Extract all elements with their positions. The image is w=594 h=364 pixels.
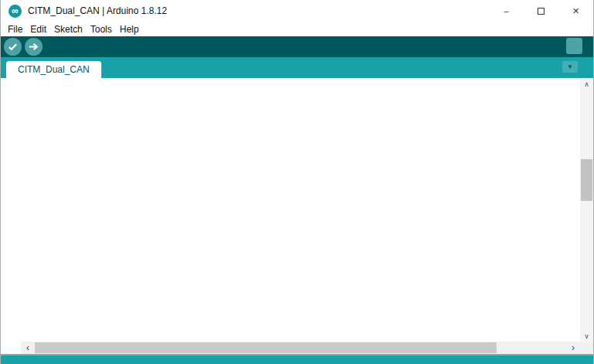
window-controls: –✕	[489, 0, 593, 22]
arduino-ide-window: ∞ CITM_Dual_CAN | Arduino 1.8.12 –✕ File…	[0, 0, 594, 364]
arduino-logo-icon: ∞	[9, 5, 22, 18]
verify-button[interactable]	[4, 38, 22, 56]
upload-button[interactable]	[25, 38, 43, 56]
tab-citm-dual-can[interactable]: CITM_Dual_CAN	[6, 61, 101, 78]
check-circle-icon	[7, 41, 19, 53]
menu-file[interactable]: File	[4, 23, 26, 36]
tab-bar: CITM_Dual_CAN ▼	[1, 57, 593, 78]
horizontal-scrollbar[interactable]: ‹ ›	[21, 342, 580, 354]
status-bar	[1, 354, 593, 364]
tab-menu-button[interactable]: ▼	[562, 61, 578, 73]
toolbar	[1, 36, 593, 57]
menu-edit[interactable]: Edit	[26, 23, 50, 36]
maximize-button[interactable]	[524, 0, 558, 22]
close-button[interactable]: ✕	[558, 0, 593, 22]
horizontal-scrollbar-thumb[interactable]	[35, 342, 497, 353]
scrollbar-corner	[580, 342, 593, 354]
horizontal-scrollbar-row: ‹ ›	[1, 342, 593, 354]
maximize-icon	[538, 8, 544, 15]
menu-sketch[interactable]: Sketch	[50, 23, 87, 36]
toolbar-buttons	[1, 38, 43, 56]
serial-monitor-button[interactable]	[566, 38, 582, 54]
menu-tools[interactable]: Tools	[87, 23, 116, 36]
vertical-scrollbar-thumb[interactable]	[581, 159, 592, 201]
menu-bar: FileEditSketchToolsHelp	[1, 22, 593, 36]
code-editor[interactable]: ∧ ∨	[1, 78, 593, 342]
arrow-right-circle-icon	[28, 41, 39, 53]
scroll-right-arrow[interactable]: ›	[566, 342, 580, 354]
vertical-scrollbar[interactable]: ∧ ∨	[580, 78, 593, 342]
title-bar: ∞ CITM_Dual_CAN | Arduino 1.8.12 –✕	[1, 0, 593, 22]
minimize-button[interactable]: –	[489, 0, 524, 22]
scroll-left-arrow[interactable]: ‹	[21, 342, 35, 354]
window-title: CITM_Dual_CAN | Arduino 1.8.12	[28, 5, 167, 16]
menu-help[interactable]: Help	[116, 23, 143, 36]
scroll-up-arrow[interactable]: ∧	[580, 78, 593, 90]
scroll-down-arrow[interactable]: ∨	[580, 330, 593, 342]
